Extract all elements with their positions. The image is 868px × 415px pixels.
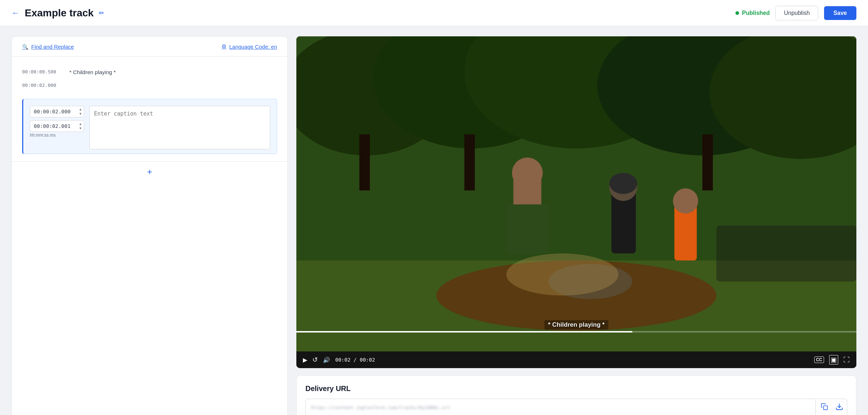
end-time-input[interactable] bbox=[30, 120, 84, 132]
back-button[interactable]: ← bbox=[12, 8, 20, 18]
start-time-input[interactable] bbox=[30, 106, 84, 117]
svg-rect-10 bbox=[506, 205, 548, 254]
delivery-url-text: https://content.jwplatform.com/tracks/0y… bbox=[306, 400, 815, 415]
start-time-up-button[interactable]: ▲ bbox=[78, 108, 83, 112]
unpublish-button[interactable]: Unpublish bbox=[775, 6, 818, 20]
end-time-up-button[interactable]: ▲ bbox=[78, 122, 83, 126]
delivery-url-section: Delivery URL https://content.jwplatform.… bbox=[296, 375, 856, 415]
captions-panel: Find and Replace Language Code: en 00:00… bbox=[12, 36, 288, 415]
svg-point-13 bbox=[609, 173, 637, 194]
caption-list: 00:00:00.500 * Children playing * 00:00:… bbox=[12, 57, 287, 92]
search-icon bbox=[22, 44, 28, 50]
published-status: Published bbox=[735, 10, 770, 16]
url-row: https://content.jwplatform.com/tracks/0y… bbox=[305, 399, 847, 415]
table-row: 00:00:02.000 bbox=[22, 79, 277, 92]
start-time-wrapper: ▲ ▼ bbox=[30, 106, 84, 117]
language-code-button[interactable]: Language Code: en bbox=[222, 43, 277, 50]
editor-row: ▲ ▼ ▲ ▼ hh:mm:ss.ms bbox=[30, 106, 270, 149]
play-button[interactable] bbox=[303, 356, 307, 364]
delivery-url-title: Delivery URL bbox=[305, 384, 847, 393]
find-replace-label: Find and Replace bbox=[31, 44, 74, 50]
back-icon: ← bbox=[12, 8, 20, 18]
published-dot-icon bbox=[735, 11, 739, 15]
caption-start-time: 00:00:00.500 bbox=[22, 69, 62, 74]
time-inputs-col: ▲ ▼ ▲ ▼ hh:mm:ss.ms bbox=[30, 106, 84, 149]
copy-icon bbox=[821, 403, 828, 410]
time-separator: / bbox=[354, 357, 360, 363]
volume-icon: 🔊 bbox=[323, 356, 330, 363]
add-row-wrapper: + bbox=[12, 161, 287, 182]
replay-icon: ↺ bbox=[312, 356, 318, 364]
download-url-button[interactable] bbox=[833, 399, 847, 415]
header-right: Published Unpublish Save bbox=[735, 6, 856, 20]
end-time-spinner: ▲ ▼ bbox=[78, 122, 83, 130]
svg-point-9 bbox=[512, 157, 543, 188]
copy-url-button[interactable] bbox=[815, 399, 833, 415]
svg-point-17 bbox=[506, 254, 618, 296]
edit-icon[interactable]: ✏ bbox=[99, 9, 104, 17]
language-label: Language Code: en bbox=[229, 44, 277, 50]
caption-editor: ▲ ▼ ▲ ▼ hh:mm:ss.ms bbox=[22, 99, 277, 154]
time-display: 00:02 / 00:02 bbox=[335, 357, 375, 363]
volume-button[interactable]: 🔊 bbox=[323, 356, 330, 363]
caption-text-input[interactable] bbox=[89, 106, 270, 149]
page-header: ← Example track ✏ Published Unpublish Sa… bbox=[0, 0, 868, 26]
video-caption-overlay: * Children playing * bbox=[544, 320, 608, 330]
fullscreen-icon: ⛶ bbox=[843, 356, 850, 364]
pip-icon: ▣ bbox=[829, 355, 838, 364]
progress-bar-fill bbox=[296, 331, 632, 333]
cc-button[interactable]: CC bbox=[814, 356, 824, 363]
progress-bar-track[interactable] bbox=[296, 331, 856, 333]
video-controls-bar: ↺ 🔊 00:02 / 00:02 CC ▣ ⛶ bbox=[296, 351, 856, 368]
replay-button[interactable]: ↺ bbox=[312, 356, 318, 364]
caption-end-time: 00:00:02.000 bbox=[22, 82, 62, 88]
add-caption-button[interactable]: + bbox=[147, 168, 152, 176]
header-left: ← Example track ✏ bbox=[12, 7, 104, 19]
gear-icon bbox=[222, 43, 226, 50]
table-row: 00:00:00.500 * Children playing * bbox=[22, 65, 277, 79]
panel-toolbar: Find and Replace Language Code: en bbox=[12, 37, 287, 57]
main-content: Find and Replace Language Code: en 00:00… bbox=[0, 26, 868, 415]
end-time-down-button[interactable]: ▼ bbox=[78, 126, 83, 130]
page-title: Example track bbox=[25, 7, 94, 19]
total-time: 00:02 bbox=[360, 357, 375, 363]
video-scene bbox=[296, 36, 856, 351]
start-time-spinner: ▲ ▼ bbox=[78, 108, 83, 116]
right-panel: * Children playing * ↺ 🔊 00:02 / 00:02 bbox=[296, 36, 856, 415]
time-format-hint: hh:mm:ss.ms bbox=[30, 133, 84, 138]
pip-button[interactable]: ▣ bbox=[829, 355, 838, 364]
start-time-down-button[interactable]: ▼ bbox=[78, 112, 83, 116]
svg-rect-22 bbox=[824, 406, 828, 410]
save-button[interactable]: Save bbox=[824, 6, 856, 20]
video-player: * Children playing * ↺ 🔊 00:02 / 00:02 bbox=[296, 36, 856, 368]
end-time-wrapper: ▲ ▼ bbox=[30, 120, 84, 132]
svg-rect-19 bbox=[359, 134, 370, 190]
current-time: 00:02 bbox=[335, 357, 350, 363]
svg-rect-20 bbox=[465, 134, 475, 190]
svg-rect-21 bbox=[702, 134, 713, 190]
video-frame: * Children playing * bbox=[296, 36, 856, 351]
play-icon bbox=[303, 356, 307, 364]
find-replace-button[interactable]: Find and Replace bbox=[22, 44, 74, 50]
cc-icon: CC bbox=[814, 356, 824, 363]
fullscreen-button[interactable]: ⛶ bbox=[843, 356, 850, 364]
caption-text: * Children playing * bbox=[69, 69, 116, 75]
published-label: Published bbox=[742, 10, 770, 16]
download-icon bbox=[835, 403, 843, 411]
svg-point-15 bbox=[673, 188, 698, 213]
svg-rect-18 bbox=[717, 225, 857, 281]
